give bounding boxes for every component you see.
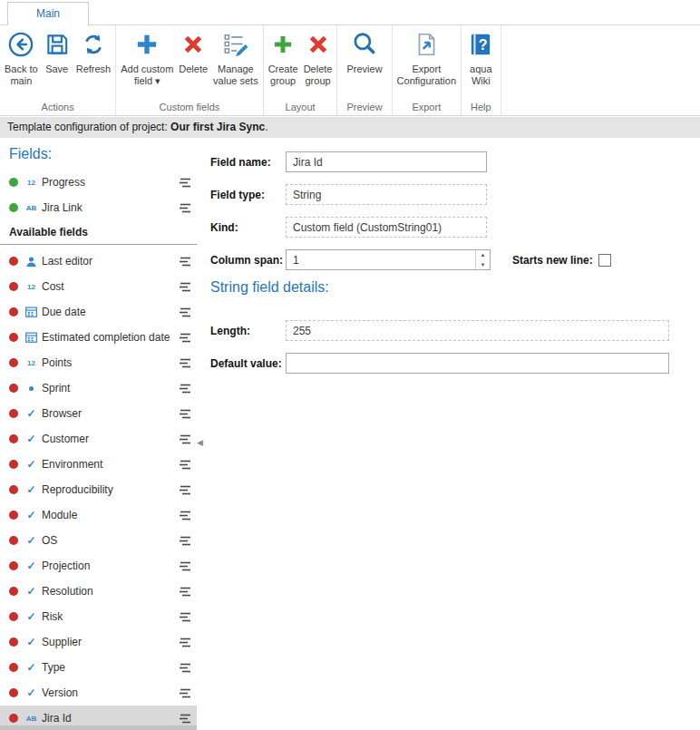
field-row-label: Jira Link [42,201,180,214]
field-row-progress[interactable]: 12 Progress [0,170,197,195]
checkmark-icon: ✓ [24,510,39,521]
drag-handle-icon[interactable] [180,282,191,292]
status-dot-red [9,307,18,316]
ribbon-group-help: ? aqua Wiki Help [462,25,501,115]
field-row-label: Resolution [42,585,180,598]
default-value-input[interactable] [286,353,669,374]
plus-icon [133,31,160,62]
checkmark-icon: ✓ [24,560,39,571]
drag-handle-icon[interactable] [180,460,191,470]
field-row-module[interactable]: ✓ Module [0,502,197,528]
status-dot-red [9,612,18,621]
drag-handle-icon[interactable] [180,485,191,495]
calendar-icon [24,332,39,343]
drag-handle-icon[interactable] [180,511,191,521]
drag-handle-icon[interactable] [180,358,191,368]
add-custom-field-label: Add custom field ▾ [121,63,173,87]
delete-field-label: Delete [179,63,208,75]
svg-text:?: ? [479,36,488,53]
drag-handle-icon[interactable] [180,587,191,597]
status-dot-red [9,638,18,647]
drag-handle-icon[interactable] [180,333,191,343]
delete-x-icon [180,31,207,62]
save-button[interactable]: Save [41,27,73,75]
ribbon-group-label-export: Export [394,100,459,115]
field-row-label: Version [42,686,180,699]
aqua-wiki-label: aqua Wiki [470,63,491,87]
spin-up-button[interactable]: ▲ [476,250,490,260]
field-row-due-date[interactable]: Due date [0,299,197,325]
field-row-jira-link[interactable]: AB Jira Link [0,195,197,220]
field-row-label: Jira Id [42,712,180,725]
drag-handle-icon[interactable] [180,561,191,571]
status-dot-red [9,460,18,469]
field-type-label: Field type: [210,189,265,201]
drag-handle-icon[interactable] [180,663,191,673]
export-configuration-button[interactable]: Export Configuration [394,27,459,87]
field-row-estimated-completion-date[interactable]: Estimated completion date [0,325,197,350]
field-row-points[interactable]: 12 Points [0,350,197,375]
drag-handle-icon[interactable] [180,688,191,698]
drag-handle-icon[interactable] [180,409,191,419]
status-dot-red [9,257,18,266]
field-row-supplier[interactable]: ✓ Supplier [0,629,197,655]
status-dot-red [9,663,18,672]
field-row-last-editor[interactable]: Last editor [0,248,197,274]
field-row-version[interactable]: ✓ Version [0,680,197,706]
checkmark-icon: ✓ [24,687,39,698]
field-row-label: Estimated completion date [42,331,180,344]
starts-new-line-checkbox[interactable] [598,254,611,267]
drag-handle-icon[interactable] [180,612,191,622]
preview-button[interactable]: Preview [344,27,384,75]
checkmark-icon: ✓ [24,535,39,546]
field-name-input[interactable] [286,151,487,172]
field-row-sprint[interactable]: Sprint [0,375,197,401]
refresh-button[interactable]: Refresh [73,27,114,75]
drag-handle-icon[interactable] [180,178,191,188]
checkmark-icon: ✓ [24,586,39,597]
field-row-resolution[interactable]: ✓ Resolution [0,579,197,604]
export-configuration-label: Export Configuration [397,63,456,87]
drag-handle-icon[interactable] [180,638,191,647]
field-row-os[interactable]: ✓ OS [0,528,197,553]
delete-field-button[interactable]: Delete [176,27,210,75]
checkmark-icon: ✓ [24,611,39,622]
text-type-icon: AB [24,204,39,212]
field-row-reproducibility[interactable]: ✓ Reproducibility [0,477,197,502]
checkmark-icon: ✓ [24,637,39,647]
add-custom-field-button[interactable]: Add custom field ▾ [118,27,176,87]
field-row-customer[interactable]: ✓ Customer [0,426,197,452]
drag-handle-icon[interactable] [180,257,191,267]
field-row-label: Browser [42,407,180,420]
collapse-sidebar-arrow[interactable]: ◀ [197,438,203,447]
spin-down-button[interactable]: ▼ [476,260,490,270]
status-dot-red [9,282,18,291]
checkmark-icon: ✓ [24,433,39,444]
aqua-wiki-button[interactable]: ? aqua Wiki [464,27,497,87]
delete-group-button[interactable]: Delete group [301,27,335,87]
drag-handle-icon[interactable] [180,307,191,317]
create-group-button[interactable]: Create group [266,27,301,87]
field-row-cost[interactable]: 12 Cost [0,274,197,299]
manage-value-sets-button[interactable]: Manage value sets [210,27,261,87]
tab-main[interactable]: Main [7,2,89,25]
field-row-risk[interactable]: ✓ Risk [0,604,197,629]
drag-handle-icon[interactable] [180,434,191,444]
ribbon-group-export: Export Configuration Export [393,25,462,115]
ribbon-group-custom-fields: Add custom field ▾ Delete Manage value s… [116,25,263,115]
drag-handle-icon[interactable] [180,384,191,394]
drag-handle-icon[interactable] [180,714,191,724]
back-to-main-button[interactable]: Back to main [2,27,41,87]
drag-handle-icon[interactable] [180,536,191,546]
drag-handle-icon[interactable] [180,203,191,213]
field-row-type[interactable]: ✓ Type [0,655,197,680]
field-row-environment[interactable]: ✓ Environment [0,452,197,477]
plus-icon [269,31,297,62]
create-group-label: Create group [268,63,298,87]
field-row-projection[interactable]: ✓ Projection [0,553,197,579]
status-dot-red [9,485,18,494]
sidebar-scrollbar[interactable] [0,725,197,730]
column-span-input[interactable] [286,249,491,270]
field-row-browser[interactable]: ✓ Browser [0,401,197,426]
back-icon [7,31,34,62]
